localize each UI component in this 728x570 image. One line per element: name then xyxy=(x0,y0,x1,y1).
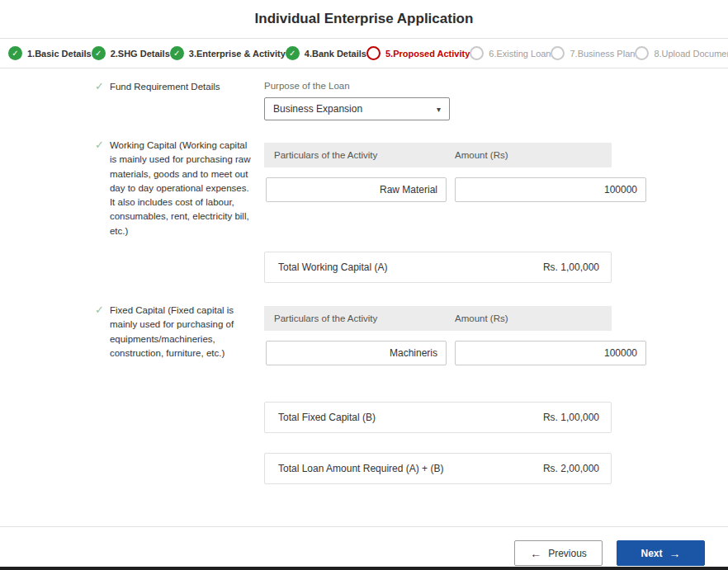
step-label: 3.Enterprise & Activity xyxy=(189,49,286,59)
step-business-plan[interactable]: 7.Business Plan xyxy=(551,46,635,60)
step-label: 7.Business Plan xyxy=(570,49,635,59)
step-label: 6.Existing Loan xyxy=(489,49,551,59)
total-loan-amount-box: Total Loan Amount Required (A) + (B) Rs.… xyxy=(264,453,612,484)
step-shg-details[interactable]: ✓ 2.SHG Details xyxy=(92,46,170,60)
section-label: Fund Requirement Details xyxy=(110,80,220,94)
step-upload-document[interactable]: 8.Upload Document xyxy=(635,46,728,60)
working-capital-amount-input[interactable] xyxy=(455,177,646,202)
total-working-capital-value: Rs. 1,00,000 xyxy=(543,261,599,273)
check-icon: ✓ xyxy=(95,139,104,238)
working-capital-table-header: Particulars of the Activity Amount (Rs) xyxy=(264,143,612,167)
check-icon: ✓ xyxy=(95,80,104,94)
step-label: 5.Proposed Activity xyxy=(385,49,470,59)
chevron-down-icon: ▾ xyxy=(437,105,441,114)
right-arrow-icon: → xyxy=(669,548,681,559)
fixed-capital-table-header: Particulars of the Activity Amount (Rs) xyxy=(264,306,612,331)
step-bank-details[interactable]: ✓ 4.Bank Details xyxy=(286,46,366,60)
left-arrow-icon: ← xyxy=(530,548,541,559)
section-label: Working Capital (Working capital is main… xyxy=(110,139,253,238)
step-label: 1.Basic Details xyxy=(27,49,92,59)
fixed-capital-particulars-input[interactable] xyxy=(266,341,447,365)
step-proposed-activity[interactable]: 5.Proposed Activity xyxy=(366,46,470,60)
step-enterprise-activity[interactable]: ✓ 3.Enterprise & Activity xyxy=(170,46,286,60)
footer-divider xyxy=(0,526,728,527)
total-fixed-capital-label: Total Fixed Capital (B) xyxy=(278,412,376,423)
check-circle-icon: ✓ xyxy=(92,46,106,60)
pending-step-circle-icon xyxy=(551,46,565,60)
next-button-label: Next xyxy=(641,548,662,559)
individual-enterprise-application-page: Individual Enterprise Application ✓ 1.Ba… xyxy=(0,0,728,570)
pending-step-circle-icon xyxy=(470,46,484,60)
active-step-circle-icon xyxy=(366,46,381,60)
fixed-capital-section-label: ✓ Fixed Capital (Fixed capital is mainly… xyxy=(95,304,253,360)
step-basic-details[interactable]: ✓ 1.Basic Details xyxy=(8,46,92,60)
pending-step-circle-icon xyxy=(635,46,649,60)
page-title: Individual Enterprise Application xyxy=(255,11,474,27)
step-label: 8.Upload Document xyxy=(654,49,728,59)
next-button[interactable]: Next → xyxy=(617,540,705,566)
check-circle-icon: ✓ xyxy=(286,46,300,60)
total-working-capital-box: Total Working Capital (A) Rs. 1,00,000 xyxy=(264,252,612,283)
step-existing-loan[interactable]: 6.Existing Loan xyxy=(470,46,551,60)
purpose-of-loan-label: Purpose of the Loan xyxy=(264,81,350,91)
wizard-stepper: ✓ 1.Basic Details ✓ 2.SHG Details ✓ 3.En… xyxy=(0,38,728,68)
step-label: 4.Bank Details xyxy=(305,49,366,59)
total-loan-amount-label: Total Loan Amount Required (A) + (B) xyxy=(278,463,443,474)
total-fixed-capital-value: Rs. 1,00,000 xyxy=(543,412,599,423)
working-capital-section-label: ✓ Working Capital (Working capital is ma… xyxy=(95,139,253,238)
check-circle-icon: ✓ xyxy=(8,46,22,60)
working-capital-particulars-input[interactable] xyxy=(266,177,447,202)
title-bar: Individual Enterprise Application xyxy=(0,0,728,38)
total-working-capital-label: Total Working Capital (A) xyxy=(278,261,388,273)
column-header-particulars: Particulars of the Activity xyxy=(264,313,455,323)
check-icon: ✓ xyxy=(95,304,104,360)
total-fixed-capital-box: Total Fixed Capital (B) Rs. 1,00,000 xyxy=(264,402,612,433)
check-circle-icon: ✓ xyxy=(170,46,184,60)
column-header-amount: Amount (Rs) xyxy=(455,313,508,323)
fixed-capital-amount-input[interactable] xyxy=(455,341,646,365)
purpose-of-loan-select[interactable]: Business Expansion ▾ xyxy=(264,97,450,120)
column-header-particulars: Particulars of the Activity xyxy=(264,150,455,160)
previous-button-label: Previous xyxy=(548,548,587,559)
column-header-amount: Amount (Rs) xyxy=(455,150,508,160)
step-label: 2.SHG Details xyxy=(111,49,170,59)
purpose-selected-value: Business Expansion xyxy=(273,103,362,115)
bottom-window-edge xyxy=(0,567,728,570)
previous-button[interactable]: ← Previous xyxy=(514,540,603,566)
total-loan-amount-value: Rs. 2,00,000 xyxy=(543,463,599,474)
section-label: Fixed Capital (Fixed capital is mainly u… xyxy=(110,304,253,360)
fund-requirement-section-label: ✓ Fund Requirement Details xyxy=(95,80,253,94)
